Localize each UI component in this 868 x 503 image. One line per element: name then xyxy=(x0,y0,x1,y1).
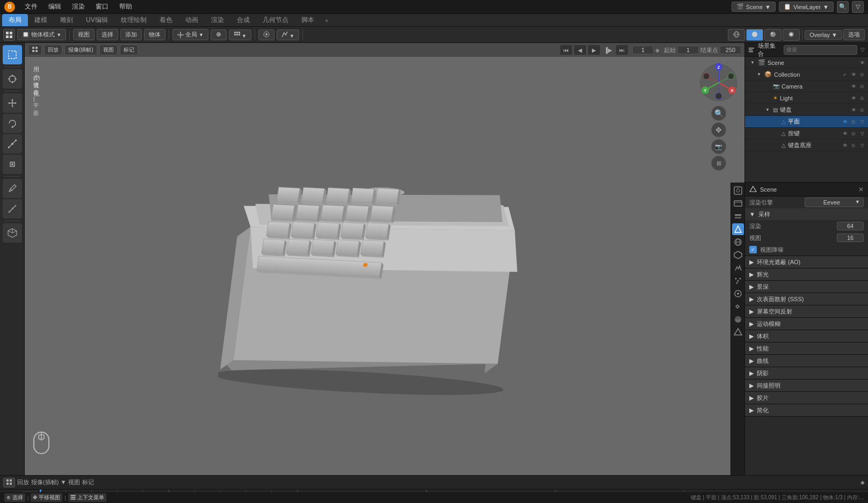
btn-filt-btn[interactable]: ▽ xyxy=(858,130,866,137)
render-prop-icon[interactable] xyxy=(732,185,744,196)
btn-vis-btn[interactable]: 👁 xyxy=(841,130,849,137)
pivot-btn[interactable] xyxy=(211,30,227,40)
filter-button[interactable]: ▽ xyxy=(852,1,864,13)
menu-help[interactable]: 帮助 xyxy=(115,1,136,12)
add-menu-btn[interactable]: 添加 xyxy=(120,29,142,40)
section-header-9[interactable]: ▶ 阴影 xyxy=(745,367,868,379)
add-cube-tool[interactable] xyxy=(3,223,22,243)
tab-scripting[interactable]: 脚本 xyxy=(295,14,321,26)
base-filt-btn[interactable]: ▽ xyxy=(858,142,866,149)
tab-shading[interactable]: 着色 xyxy=(153,14,179,26)
end-frame-input[interactable] xyxy=(720,46,741,54)
data-prop-icon[interactable] xyxy=(732,326,744,338)
tab-animation[interactable]: 动画 xyxy=(179,14,205,26)
frame-first-btn[interactable]: ⏮ xyxy=(560,45,572,55)
outliner-filter-btn[interactable]: ▽ xyxy=(860,47,865,53)
tab-geonodes[interactable]: 几何节点 xyxy=(256,14,295,26)
outliner-light-item[interactable]: ▶ ☀ Light 👁 ⊙ xyxy=(745,92,868,104)
cam-vis-btn[interactable]: 👁 xyxy=(850,83,857,90)
add-workspace-button[interactable]: + xyxy=(321,16,333,26)
object-mode-dropdown[interactable]: 🔲 物体模式 ▼ xyxy=(17,29,66,40)
particles-prop-icon[interactable] xyxy=(732,275,744,287)
scene-expand-arrow[interactable]: ▼ xyxy=(749,60,756,66)
tab-uv[interactable]: UV编辑 xyxy=(79,14,114,26)
section-header-10[interactable]: ▶ 间接照明 xyxy=(745,380,868,391)
section-header-6[interactable]: ▶ 体积 xyxy=(745,330,868,342)
snap-btn[interactable]: ▼ xyxy=(229,30,251,40)
btn-sel-btn[interactable]: ⊙ xyxy=(850,130,857,137)
viewport-mode-icon[interactable] xyxy=(3,29,15,41)
view-layer-selector[interactable]: 📋 ViewLayer ▼ xyxy=(779,2,834,12)
measure-tool[interactable] xyxy=(3,199,22,218)
plane-vis-btn[interactable]: 👁 xyxy=(841,118,849,126)
plane-sel-btn[interactable]: ⊙ xyxy=(850,118,857,126)
collection-expand-arrow[interactable]: ▼ xyxy=(756,71,762,78)
current-frame-input[interactable] xyxy=(632,46,654,54)
tl-playback-label[interactable]: 回放 xyxy=(17,478,29,486)
material-prop-icon[interactable] xyxy=(732,314,744,325)
modifier-prop-icon[interactable] xyxy=(732,262,744,274)
annotate-tool[interactable] xyxy=(3,179,22,198)
nav-pan-btn[interactable]: ✥ xyxy=(711,122,726,137)
physics-prop-icon[interactable] xyxy=(732,288,744,300)
viewlayer-prop-icon[interactable] xyxy=(732,210,744,222)
outliner-search-input[interactable] xyxy=(784,45,857,55)
outliner-camera-item[interactable]: ▶ 📷 Camera 👁 ⊙ xyxy=(745,81,868,92)
scene-vis-btn[interactable]: 👁 xyxy=(858,59,866,67)
object-menu-btn[interactable]: 物体 xyxy=(144,29,165,40)
section-header-0[interactable]: ▶ 环境光遮蔽 (AO) xyxy=(745,256,868,268)
tab-modeling[interactable]: 建模 xyxy=(28,14,54,26)
move-tool[interactable] xyxy=(3,93,22,113)
section-header-3[interactable]: ▶ 次表面散射 (SSS) xyxy=(745,293,868,305)
wireframe-btn[interactable] xyxy=(728,29,745,41)
viewport-3d[interactable]: 回放 报像(插帧) 视图 标记 ⏮ ◀ ▶ ▐▶ ⏭ ◆ 起始 结束点 用户透视… xyxy=(25,43,744,475)
nav-zoom-btn[interactable]: 🔍 xyxy=(711,106,726,121)
sampling-header[interactable]: ▼ 采样 xyxy=(745,208,868,220)
outliner-kbbase-item[interactable]: ▶ △ 键盘底座 👁 ⊙ ▽ xyxy=(745,140,868,151)
section-header-1[interactable]: ▶ 辉光 xyxy=(745,268,868,280)
render-engine-dropdown[interactable]: Eevee ▼ xyxy=(805,198,864,207)
light-vis-btn[interactable]: 👁 xyxy=(850,94,857,102)
rotate-tool[interactable] xyxy=(3,114,22,133)
menu-window[interactable]: 窗口 xyxy=(91,1,113,12)
tab-rendering[interactable]: 渲染 xyxy=(205,14,230,26)
section-header-4[interactable]: ▶ 屏幕空间反射 xyxy=(745,305,868,317)
kb-sel-btn[interactable]: ⊙ xyxy=(858,106,866,114)
scale-tool[interactable] xyxy=(3,134,22,154)
constraints-prop-icon[interactable] xyxy=(732,301,744,312)
props-close-btn[interactable]: ✕ xyxy=(858,186,864,193)
outliner-scene-item[interactable]: ▼ 🎬 Scene 👁 xyxy=(745,57,868,69)
base-vis-btn[interactable]: 👁 xyxy=(841,142,849,149)
scene-selector[interactable]: 🎬 Scene ▼ xyxy=(732,2,776,12)
render-samples-value[interactable]: 64 xyxy=(837,222,864,230)
menu-render[interactable]: 渲染 xyxy=(68,1,89,12)
interpolation-btn[interactable]: 报像(插帧) xyxy=(64,45,97,55)
section-header-11[interactable]: ▶ 胶片 xyxy=(745,392,868,404)
start-frame-input[interactable] xyxy=(677,46,699,54)
options-btn[interactable]: 选项 xyxy=(843,29,865,40)
base-sel-btn[interactable]: ⊙ xyxy=(850,142,857,149)
cursor-tool[interactable] xyxy=(3,69,22,89)
menu-file[interactable]: 文件 xyxy=(20,1,42,12)
tl-interpolation-label[interactable]: 报像(插帧) ▼ xyxy=(31,478,66,486)
output-prop-icon[interactable] xyxy=(732,198,744,209)
nav-grid-btn[interactable]: ⊞ xyxy=(711,156,726,171)
view-menu-viewport-btn[interactable]: 视图 xyxy=(99,45,118,55)
markers-btn[interactable]: 标记 xyxy=(120,45,138,55)
tab-compositing[interactable]: 合成 xyxy=(230,14,256,26)
tl-view-label[interactable]: 视图 xyxy=(68,478,80,486)
frame-prev-btn[interactable]: ◀ xyxy=(574,45,586,55)
view-menu-btn[interactable]: 视图 xyxy=(73,29,95,40)
outliner-plane-item[interactable]: ▶ △ 平面 👁 ⊙ ▽ xyxy=(745,116,868,128)
world-prop-icon[interactable] xyxy=(732,236,744,248)
object-prop-icon[interactable] xyxy=(732,249,744,261)
keyboard-expand-arrow[interactable]: ▼ xyxy=(764,107,771,113)
nav-camera-btn[interactable]: 📷 xyxy=(711,139,726,154)
search-button[interactable]: 🔍 xyxy=(837,1,849,13)
tab-layout[interactable]: 布局 xyxy=(2,14,28,26)
select-menu-btn[interactable]: 选择 xyxy=(97,29,118,40)
play-btn[interactable]: ▶ xyxy=(588,45,600,55)
proportional-edit-btn[interactable] xyxy=(258,30,274,40)
col-eye-btn[interactable]: 👁 xyxy=(850,71,857,78)
section-header-5[interactable]: ▶ 运动模糊 xyxy=(745,318,868,330)
